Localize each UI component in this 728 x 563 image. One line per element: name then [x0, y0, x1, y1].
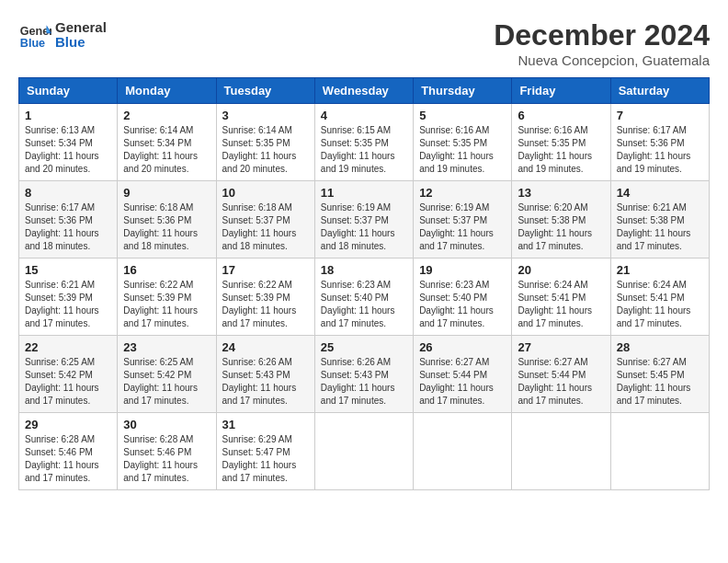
day-info: Sunrise: 6:23 AMSunset: 5:40 PMDaylight:…: [419, 279, 506, 330]
col-sunday: Sunday: [19, 78, 118, 104]
day-number: 9: [123, 186, 210, 200]
day-info: Sunrise: 6:16 AMSunset: 5:35 PMDaylight:…: [419, 124, 506, 176]
day-info: Sunrise: 6:20 AMSunset: 5:38 PMDaylight:…: [518, 201, 604, 253]
day-number: 12: [419, 186, 506, 200]
day-info: Sunrise: 6:24 AMSunset: 5:41 PMDaylight:…: [518, 279, 604, 330]
day-info: Sunrise: 6:18 AMSunset: 5:36 PMDaylight:…: [123, 201, 210, 253]
table-row: 2Sunrise: 6:14 AMSunset: 5:34 PMDaylight…: [118, 104, 216, 181]
table-row: 19Sunrise: 6:23 AMSunset: 5:40 PMDayligh…: [414, 259, 512, 336]
table-row: [314, 413, 413, 490]
day-info: Sunrise: 6:22 AMSunset: 5:39 PMDaylight:…: [123, 279, 210, 330]
day-info: Sunrise: 6:16 AMSunset: 5:35 PMDaylight:…: [518, 124, 604, 176]
col-monday: Monday: [118, 78, 216, 104]
day-info: Sunrise: 6:14 AMSunset: 5:34 PMDaylight:…: [123, 124, 210, 176]
table-row: 26Sunrise: 6:27 AMSunset: 5:44 PMDayligh…: [414, 336, 512, 413]
table-row: 1Sunrise: 6:13 AMSunset: 5:34 PMDaylight…: [19, 104, 118, 181]
day-info: Sunrise: 6:14 AMSunset: 5:35 PMDaylight:…: [222, 124, 309, 176]
day-info: Sunrise: 6:21 AMSunset: 5:39 PMDaylight:…: [25, 279, 111, 330]
calendar-table: Sunday Monday Tuesday Wednesday Thursday…: [18, 77, 710, 490]
col-wednesday: Wednesday: [314, 78, 413, 104]
day-number: 28: [617, 340, 703, 354]
day-number: 11: [321, 186, 407, 200]
day-info: Sunrise: 6:27 AMSunset: 5:44 PMDaylight:…: [518, 356, 604, 408]
table-row: 18Sunrise: 6:23 AMSunset: 5:40 PMDayligh…: [314, 259, 413, 336]
day-number: 30: [123, 418, 210, 431]
table-row: 12Sunrise: 6:19 AMSunset: 5:37 PMDayligh…: [414, 181, 512, 259]
day-info: Sunrise: 6:17 AMSunset: 5:36 PMDaylight:…: [617, 124, 703, 176]
day-number: 4: [321, 109, 407, 122]
day-number: 27: [518, 340, 604, 354]
table-row: 31Sunrise: 6:29 AMSunset: 5:47 PMDayligh…: [216, 413, 314, 490]
col-friday: Friday: [512, 78, 610, 104]
day-info: Sunrise: 6:18 AMSunset: 5:37 PMDaylight:…: [222, 201, 309, 253]
day-info: Sunrise: 6:28 AMSunset: 5:46 PMDaylight:…: [25, 433, 111, 485]
day-number: 15: [25, 263, 111, 277]
table-row: 14Sunrise: 6:21 AMSunset: 5:38 PMDayligh…: [610, 181, 709, 259]
calendar-week-row: 8Sunrise: 6:17 AMSunset: 5:36 PMDaylight…: [19, 181, 710, 259]
logo-icon: General Blue: [18, 18, 51, 52]
table-row: 22Sunrise: 6:25 AMSunset: 5:42 PMDayligh…: [19, 336, 118, 413]
day-number: 16: [123, 263, 210, 277]
day-number: 8: [25, 186, 111, 200]
day-number: 7: [617, 109, 703, 122]
day-info: Sunrise: 6:25 AMSunset: 5:42 PMDaylight:…: [123, 356, 210, 408]
table-row: 28Sunrise: 6:27 AMSunset: 5:45 PMDayligh…: [610, 336, 709, 413]
table-row: [610, 413, 709, 490]
day-number: 10: [222, 186, 309, 200]
calendar-week-row: 15Sunrise: 6:21 AMSunset: 5:39 PMDayligh…: [19, 259, 710, 336]
day-number: 29: [25, 418, 111, 431]
table-row: 29Sunrise: 6:28 AMSunset: 5:46 PMDayligh…: [19, 413, 118, 490]
day-number: 25: [321, 340, 407, 354]
day-info: Sunrise: 6:19 AMSunset: 5:37 PMDaylight:…: [419, 201, 506, 253]
day-info: Sunrise: 6:26 AMSunset: 5:43 PMDaylight:…: [222, 356, 309, 408]
table-row: 17Sunrise: 6:22 AMSunset: 5:39 PMDayligh…: [216, 259, 314, 336]
calendar-week-row: 29Sunrise: 6:28 AMSunset: 5:46 PMDayligh…: [19, 413, 710, 490]
day-number: 13: [518, 186, 604, 200]
day-info: Sunrise: 6:22 AMSunset: 5:39 PMDaylight:…: [222, 279, 309, 330]
table-row: [414, 413, 512, 490]
day-number: 20: [518, 263, 604, 277]
day-info: Sunrise: 6:29 AMSunset: 5:47 PMDaylight:…: [222, 433, 309, 485]
table-row: 20Sunrise: 6:24 AMSunset: 5:41 PMDayligh…: [512, 259, 610, 336]
col-tuesday: Tuesday: [216, 78, 314, 104]
table-row: 3Sunrise: 6:14 AMSunset: 5:35 PMDaylight…: [216, 104, 314, 181]
table-row: 9Sunrise: 6:18 AMSunset: 5:36 PMDaylight…: [118, 181, 216, 259]
day-number: 22: [25, 340, 111, 354]
table-row: [512, 413, 610, 490]
table-row: 7Sunrise: 6:17 AMSunset: 5:36 PMDaylight…: [610, 104, 709, 181]
day-info: Sunrise: 6:21 AMSunset: 5:38 PMDaylight:…: [617, 201, 703, 253]
table-row: 23Sunrise: 6:25 AMSunset: 5:42 PMDayligh…: [118, 336, 216, 413]
day-number: 21: [617, 263, 703, 277]
table-row: 10Sunrise: 6:18 AMSunset: 5:37 PMDayligh…: [216, 181, 314, 259]
day-number: 23: [123, 340, 210, 354]
logo-text-general: General: [55, 20, 107, 36]
logo-text-blue: Blue: [55, 35, 107, 51]
day-info: Sunrise: 6:27 AMSunset: 5:44 PMDaylight:…: [419, 356, 506, 408]
day-number: 26: [419, 340, 506, 354]
day-number: 2: [123, 109, 210, 122]
day-info: Sunrise: 6:19 AMSunset: 5:37 PMDaylight:…: [321, 201, 407, 253]
day-number: 31: [222, 418, 309, 431]
day-number: 1: [25, 109, 111, 122]
table-row: 30Sunrise: 6:28 AMSunset: 5:46 PMDayligh…: [118, 413, 216, 490]
svg-text:Blue: Blue: [20, 37, 45, 50]
day-number: 19: [419, 263, 506, 277]
table-row: 16Sunrise: 6:22 AMSunset: 5:39 PMDayligh…: [118, 259, 216, 336]
table-row: 25Sunrise: 6:26 AMSunset: 5:43 PMDayligh…: [314, 336, 413, 413]
col-saturday: Saturday: [610, 78, 709, 104]
day-number: 6: [518, 109, 604, 122]
calendar-week-row: 22Sunrise: 6:25 AMSunset: 5:42 PMDayligh…: [19, 336, 710, 413]
day-info: Sunrise: 6:17 AMSunset: 5:36 PMDaylight:…: [25, 201, 111, 253]
day-info: Sunrise: 6:26 AMSunset: 5:43 PMDaylight:…: [321, 356, 407, 408]
table-row: 21Sunrise: 6:24 AMSunset: 5:41 PMDayligh…: [610, 259, 709, 336]
table-row: 11Sunrise: 6:19 AMSunset: 5:37 PMDayligh…: [314, 181, 413, 259]
day-info: Sunrise: 6:28 AMSunset: 5:46 PMDaylight:…: [123, 433, 210, 485]
day-number: 24: [222, 340, 309, 354]
table-row: 6Sunrise: 6:16 AMSunset: 5:35 PMDaylight…: [512, 104, 610, 181]
title-section: December 2024 Nueva Concepcion, Guatemal…: [494, 18, 710, 68]
page-header: General Blue General Blue December 2024 …: [18, 18, 710, 68]
day-info: Sunrise: 6:27 AMSunset: 5:45 PMDaylight:…: [617, 356, 703, 408]
day-number: 18: [321, 263, 407, 277]
day-info: Sunrise: 6:13 AMSunset: 5:34 PMDaylight:…: [25, 124, 111, 176]
table-row: 8Sunrise: 6:17 AMSunset: 5:36 PMDaylight…: [19, 181, 118, 259]
